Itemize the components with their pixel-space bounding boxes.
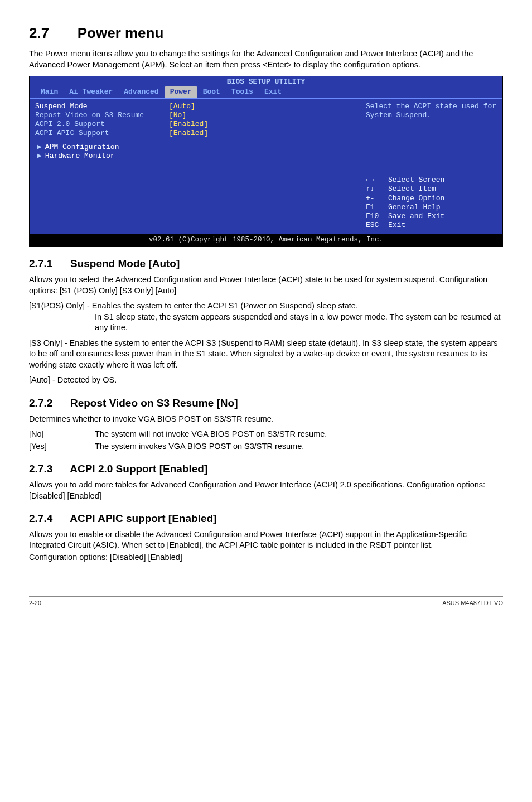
key: ↑↓ [366, 185, 388, 194]
body-text: [S1(POS) Only] - Enables the system to e… [29, 301, 503, 312]
bios-item[interactable]: Suspend Mode [Auto] [35, 102, 354, 111]
bios-item-value: [No] [169, 111, 186, 120]
subsection-heading: 2.7.2 Repost Video on S3 Resume [No] [29, 396, 503, 410]
page-footer: 2-20 ASUS M4A87TD EVO [29, 596, 503, 607]
section-heading: 2.7 Power menu [29, 23, 503, 43]
body-text: Allows you to enable or disable the Adva… [29, 529, 503, 551]
bios-item[interactable]: Repost Video on S3 Resume [No] [35, 111, 354, 120]
bios-submenu-label: APM Configuration [45, 143, 119, 151]
bios-help-text: Select the ACPI state used for System Su… [366, 102, 497, 120]
bios-title: BIOS SETUP UTILITY [30, 76, 502, 86]
subsection-heading: 2.7.3 ACPI 2.0 Support [Enabled] [29, 462, 503, 476]
bios-submenu[interactable]: ▶APM Configuration [35, 143, 354, 152]
bios-tab-main[interactable]: Main [35, 86, 64, 98]
key: +- [366, 194, 388, 203]
subsection-title: Suspend Mode [Auto] [70, 258, 180, 269]
bios-item-label: Repost Video on S3 Resume [35, 111, 169, 120]
triangle-icon: ▶ [37, 152, 42, 160]
subsection-number: 2.7.4 [29, 513, 52, 524]
bios-left-pane: Suspend Mode [Auto] Repost Video on S3 R… [30, 98, 360, 234]
subsection-number: 2.7.2 [29, 397, 52, 409]
triangle-icon: ▶ [37, 143, 42, 151]
bios-tab-tools[interactable]: Tools [226, 86, 259, 98]
product-name: ASUS M4A87TD EVO [442, 599, 503, 607]
bios-tab-bar: Main Ai Tweaker Advanced Power Boot Tool… [30, 86, 502, 98]
body-text: [Auto] - Detected by OS. [29, 375, 503, 386]
bios-right-pane: Select the ACPI state used for System Su… [360, 98, 502, 234]
key-desc: Select Item [388, 185, 436, 194]
bios-key-help: ←→Select Screen ↑↓Select Item +-Change O… [366, 176, 497, 230]
bios-item-label: Suspend Mode [35, 102, 169, 111]
bios-tab-power[interactable]: Power [165, 86, 197, 98]
subsection-heading: 2.7.4 ACPI APIC support [Enabled] [29, 511, 503, 526]
option-key: [Yes] [29, 441, 95, 452]
key: F10 [366, 212, 388, 221]
body-text: Allows you to select the Advanced Config… [29, 274, 503, 296]
key-desc: General Help [388, 203, 441, 212]
key: F1 [366, 203, 388, 212]
bios-screenshot: BIOS SETUP UTILITY Main Ai Tweaker Advan… [29, 76, 503, 247]
bios-body: Suspend Mode [Auto] Repost Video on S3 R… [30, 98, 502, 234]
bios-submenu-label: Hardware Monitor [45, 152, 115, 160]
key: ESC [366, 221, 388, 230]
bios-tab-boot[interactable]: Boot [197, 86, 226, 98]
bios-item-value: [Enabled] [169, 120, 208, 129]
key: ←→ [366, 176, 388, 185]
bios-tab-exit[interactable]: Exit [259, 86, 287, 98]
bios-item[interactable]: ACPI APIC Support [Enabled] [35, 129, 354, 138]
bios-footer: v02.61 (C)Copyright 1985-2010, American … [30, 234, 502, 247]
option-desc: The system invokes VGA BIOS POST on S3/S… [95, 441, 304, 452]
option-desc: The system will not invoke VGA BIOS POST… [95, 429, 327, 440]
subsection-title: Repost Video on S3 Resume [No] [70, 397, 238, 409]
key-desc: Exit [388, 221, 405, 230]
section-title-text: Power menu [78, 25, 164, 41]
key-desc: Change Option [388, 194, 444, 203]
subsection-number: 2.7.3 [29, 463, 52, 475]
subsection-title: ACPI APIC support [Enabled] [70, 513, 216, 524]
body-text: Configuration options: [Disabled] [Enabl… [29, 552, 503, 563]
bios-item-value: [Enabled] [169, 129, 208, 138]
subsection-heading: 2.7.1 Suspend Mode [Auto] [29, 257, 503, 271]
bios-submenu[interactable]: ▶Hardware Monitor [35, 152, 354, 161]
bios-tab-advanced[interactable]: Advanced [118, 86, 164, 98]
body-text-span: [S3 Only] - Enables the system to enter … [29, 339, 498, 369]
bios-item-label: ACPI APIC Support [35, 129, 169, 138]
key-desc: Save and Exit [388, 212, 444, 221]
bios-tab-ai-tweaker[interactable]: Ai Tweaker [64, 86, 118, 98]
option-row: [Yes] The system invokes VGA BIOS POST o… [29, 441, 503, 452]
option-key: [No] [29, 429, 95, 440]
body-text: Allows you to add more tables for Advanc… [29, 480, 503, 501]
body-text: [S3 Only] - Enables the system to enter … [29, 338, 503, 371]
bios-item-value: [Auto] [169, 102, 195, 111]
body-text: In S1 sleep state, the system appears su… [95, 312, 503, 334]
subsection-title: ACPI 2.0 Support [Enabled] [70, 463, 207, 475]
section-number: 2.7 [29, 25, 49, 41]
bios-item-label: ACPI 2.0 Support [35, 120, 169, 129]
subsection-number: 2.7.1 [29, 258, 52, 269]
intro-paragraph: The Power menu items allow you to change… [29, 49, 503, 70]
page-number: 2-20 [29, 599, 41, 607]
body-text: Determines whether to invoke VGA BIOS PO… [29, 414, 503, 425]
key-desc: Select Screen [388, 176, 444, 185]
option-row: [No] The system will not invoke VGA BIOS… [29, 429, 503, 440]
bios-item[interactable]: ACPI 2.0 Support [Enabled] [35, 120, 354, 129]
